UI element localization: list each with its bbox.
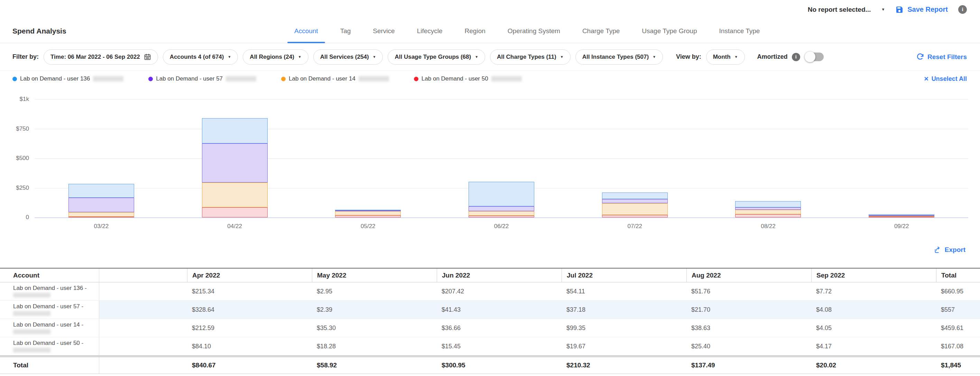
bar-segment xyxy=(68,184,134,197)
view-by-label: View by: xyxy=(676,53,701,60)
bar-05-22[interactable] xyxy=(335,210,401,217)
tabs: AccountTagServiceLifecycleRegionOperatin… xyxy=(283,19,771,43)
column-header-jul-2022[interactable]: Jul 2022 xyxy=(562,268,686,282)
legend-dot xyxy=(281,77,286,81)
spacer-cell xyxy=(99,282,187,300)
legend-item[interactable]: Lab on Demand - user 50 xyxy=(414,75,522,85)
value-cell: $35.30 xyxy=(312,319,437,337)
tab-charge-type[interactable]: Charge Type xyxy=(571,19,631,43)
value-cell: $41.43 xyxy=(437,301,562,319)
column-header-apr-2022[interactable]: Apr 2022 xyxy=(187,268,312,282)
table-row[interactable]: Lab on Demand - user 57 -$328.64$2.39$41… xyxy=(0,301,980,319)
column-header-aug-2022[interactable]: Aug 2022 xyxy=(686,268,811,282)
chevron-down-icon: ▼ xyxy=(373,55,376,59)
chart-slot xyxy=(35,99,168,217)
unselect-all-button[interactable]: ✕ Unselect All xyxy=(924,75,967,82)
legend-label: Lab on Demand - user 57 xyxy=(156,75,223,82)
total-value-cell: $840.67 xyxy=(187,357,312,374)
save-report-label: Save Report xyxy=(907,6,948,13)
tab-account[interactable]: Account xyxy=(283,19,329,43)
bar-segment xyxy=(335,215,401,217)
table-row[interactable]: Lab on Demand - user 14 -$212.59$35.30$3… xyxy=(0,319,980,337)
spend-analysis-page: No report selected... ▼ Save Report i Sp… xyxy=(0,0,980,376)
column-header-may-2022[interactable]: May 2022 xyxy=(312,268,437,282)
value-cell: $7.72 xyxy=(811,282,936,300)
tab-lifecycle[interactable]: Lifecycle xyxy=(406,19,454,43)
tab-instance-type[interactable]: Instance Type xyxy=(708,19,771,43)
legend-item[interactable]: Lab on Demand - user 136 xyxy=(13,75,123,85)
account-name: Lab on Demand - user 50 - xyxy=(13,340,83,346)
chart-plot-area xyxy=(35,99,968,217)
account-name: Lab on Demand - user 57 - xyxy=(13,303,83,309)
bar-03-22[interactable] xyxy=(68,184,134,217)
bar-09-22[interactable] xyxy=(869,214,934,217)
bar-06-22[interactable] xyxy=(469,182,534,217)
bar-segment xyxy=(602,192,668,199)
filter-pill[interactable]: All Charge Types (11)▼ xyxy=(490,49,571,65)
chart-slot xyxy=(301,99,435,217)
filter-pill[interactable]: Accounts 4 (of 674)▼ xyxy=(163,49,238,65)
value-cell: $4.17 xyxy=(811,337,936,355)
legend-item-line: Lab on Demand - user 50 xyxy=(414,75,522,82)
filter-pill[interactable]: All Instance Types (507)▼ xyxy=(576,49,663,65)
spacer-cell xyxy=(99,301,187,319)
bar-segment xyxy=(68,217,134,217)
bar-07-22[interactable] xyxy=(602,192,668,217)
bar-segment xyxy=(602,199,668,203)
bar-segment xyxy=(469,211,534,216)
column-header-account[interactable]: Account xyxy=(0,268,99,282)
export-button[interactable]: Export xyxy=(934,246,966,254)
tab-operating-system[interactable]: Operating System xyxy=(496,19,571,43)
value-cell: $51.76 xyxy=(686,282,811,300)
chevron-down-icon: ▼ xyxy=(560,55,564,59)
view-by-select[interactable]: Month ▼ xyxy=(706,49,745,65)
bar-08-22[interactable] xyxy=(735,201,801,217)
legend-item-line: Lab on Demand - user 14 xyxy=(281,75,389,82)
tab-region[interactable]: Region xyxy=(454,19,496,43)
report-selector[interactable]: No report selected... ▼ xyxy=(808,6,885,13)
tab-usage-type-group[interactable]: Usage Type Group xyxy=(631,19,708,43)
table-row[interactable]: Lab on Demand - user 50 -$84.10$18.28$15… xyxy=(0,337,980,355)
save-report-button[interactable]: Save Report xyxy=(895,6,948,14)
filter-pill-label: Time: 06 Mar 2022 - 06 Sep 2022 xyxy=(51,54,140,60)
filter-pill-label: All Regions (24) xyxy=(250,54,294,60)
legend-item-line: Lab on Demand - user 136 xyxy=(13,75,123,82)
tab-service[interactable]: Service xyxy=(362,19,406,43)
redacted-text xyxy=(359,76,389,82)
account-cell: Lab on Demand - user 50 - xyxy=(0,337,99,355)
filter-pill[interactable]: All Usage Type Groups (68)▼ xyxy=(388,49,485,65)
column-header-sep-2022[interactable]: Sep 2022 xyxy=(811,268,936,282)
value-cell: $2.39 xyxy=(312,301,437,319)
amortized-toggle[interactable] xyxy=(806,52,824,61)
y-axis-label: $250 xyxy=(0,184,29,192)
x-axis-label: 09/22 xyxy=(835,223,968,230)
value-cell: $167.08 xyxy=(936,337,980,355)
account-cell: Lab on Demand - user 14 - xyxy=(0,319,99,337)
filter-pill[interactable]: All Services (254)▼ xyxy=(313,49,383,65)
filter-pill[interactable]: All Regions (24)▼ xyxy=(243,49,308,65)
chevron-down-icon: ▼ xyxy=(298,55,302,59)
legend-item[interactable]: Lab on Demand - user 14 xyxy=(281,75,389,85)
view-by-value: Month xyxy=(713,54,731,60)
table-row[interactable]: Lab on Demand - user 136 -$215.34$2.95$2… xyxy=(0,282,980,301)
column-header-total[interactable]: Total xyxy=(936,268,980,282)
account-cell: Lab on Demand - user 136 - xyxy=(0,282,99,300)
amortized-control: Amortized i xyxy=(757,52,824,61)
total-value-cell: $137.49 xyxy=(686,357,811,374)
value-cell: $99.35 xyxy=(562,319,686,337)
y-axis-label: $500 xyxy=(0,155,29,162)
filter-pill[interactable]: Time: 06 Mar 2022 - 06 Sep 2022 xyxy=(44,49,158,65)
bar-04-22[interactable] xyxy=(202,118,268,217)
value-cell: $37.18 xyxy=(562,301,686,319)
bar-segment xyxy=(202,207,268,217)
filter-pill-label: All Services (254) xyxy=(320,54,369,60)
legend-item[interactable]: Lab on Demand - user 57 xyxy=(148,75,256,85)
amortized-info-icon[interactable]: i xyxy=(792,53,800,61)
x-axis-label: 04/22 xyxy=(168,223,302,230)
tab-tag[interactable]: Tag xyxy=(329,19,362,43)
reset-filters-button[interactable]: Reset Filters xyxy=(916,53,967,61)
value-cell: $4.08 xyxy=(811,301,936,319)
info-icon[interactable]: i xyxy=(958,5,967,14)
value-cell: $54.11 xyxy=(562,282,686,300)
column-header-jun-2022[interactable]: Jun 2022 xyxy=(437,268,562,282)
